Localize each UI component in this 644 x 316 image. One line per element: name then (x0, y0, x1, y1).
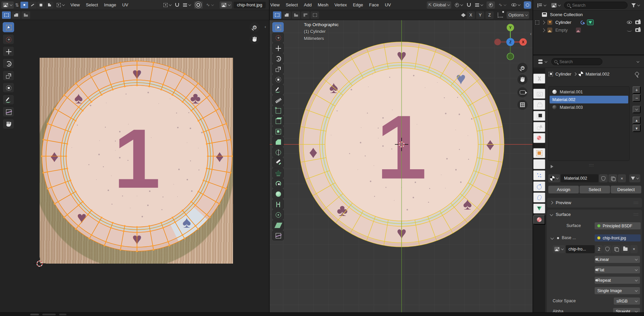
slot-list-filter-toggle[interactable] (551, 165, 553, 168)
material-browse-dropdown[interactable] (548, 174, 560, 182)
tab-object[interactable] (533, 148, 545, 158)
navigation-gizmo[interactable]: Y X Z (492, 24, 529, 60)
uv-select-mode-vertex[interactable] (20, 2, 28, 8)
pivot-point-dropdown[interactable] (453, 1, 464, 9)
material-link-dropdown[interactable] (629, 174, 640, 182)
tool-annotate[interactable] (272, 85, 284, 95)
material-slot-1[interactable]: Material.001 (550, 88, 628, 96)
image-name-field[interactable]: chip-fro... (566, 245, 595, 253)
viewport-menu-item[interactable]: Select (283, 0, 301, 10)
transform-orientation-dropdown[interactable]: ⇱Global (427, 1, 452, 9)
expand-arrow-icon[interactable] (541, 28, 545, 32)
tab-constraints[interactable] (533, 192, 545, 202)
uv-pivot-dropdown[interactable] (162, 1, 173, 9)
material-name-field[interactable]: Material.002 (561, 174, 598, 182)
material-specials-dropdown[interactable] (633, 106, 641, 113)
uv-sticky-select-dropdown[interactable] (55, 1, 66, 9)
tab-modifiers[interactable] (533, 159, 545, 169)
tool-smooth[interactable] (272, 189, 284, 199)
uv-chip-mesh[interactable]: ♦♣♥♠♦♥♥♠1 (40, 58, 233, 264)
tool-extrude-region[interactable] (272, 116, 284, 126)
viewport-sidebar-collapse-arrow[interactable]: ‹ (530, 31, 532, 36)
vp-marquee-subtract[interactable] (292, 11, 300, 19)
uv-select-mode-face[interactable] (37, 2, 45, 8)
tool-spin[interactable] (272, 178, 284, 188)
properties-editor-type-dropdown[interactable] (537, 58, 549, 65)
tab-particles[interactable] (533, 170, 545, 180)
copy-material-button[interactable] (608, 174, 617, 182)
tool-transform[interactable] (3, 83, 14, 93)
viewport-menu-item[interactable]: UV (382, 0, 394, 10)
uv-sidebar-collapse-arrow[interactable]: ‹ (265, 24, 266, 29)
base-color-texture-field[interactable]: chip-front.jpg (595, 234, 641, 241)
render-visibility-icon[interactable] (635, 28, 641, 32)
uv-image-browse-button[interactable] (220, 1, 232, 9)
move-slot-up-button[interactable]: ▲ (633, 117, 641, 124)
tool-grab[interactable] (3, 119, 14, 129)
remove-material-slot-button[interactable]: − (633, 94, 641, 102)
outliner-filter-funnel-dropdown[interactable] (630, 2, 641, 9)
tool-transform[interactable] (272, 74, 284, 84)
object-name[interactable]: Empty (555, 28, 568, 33)
outliner-cylinder-row[interactable]: Cylinder (533, 18, 644, 26)
modifier-wrench-icon[interactable] (580, 20, 585, 25)
pin-icon[interactable] (635, 72, 639, 76)
mapping-dropdown[interactable]: Flat (595, 266, 640, 273)
slot-list-grip[interactable]: :::: (589, 163, 594, 167)
viewport-menu-item[interactable]: Mesh (315, 0, 331, 10)
assign-button[interactable]: Assign (548, 186, 579, 193)
tool-rotate[interactable] (272, 53, 284, 63)
object-name[interactable]: Cylinder (555, 20, 571, 25)
tool-3d-cursor[interactable] (272, 33, 284, 43)
visibility-closed-eye-icon[interactable] (627, 29, 632, 32)
uv-canvas[interactable]: ♦♣♥♠♦♥♥♠1 ‹ (0, 20, 269, 312)
vp-marquee-extend[interactable] (282, 11, 291, 19)
outliner-search-input[interactable] (572, 3, 625, 8)
uv-select-mode-edge[interactable] (29, 2, 37, 8)
proportional-edit-toggle[interactable] (487, 1, 495, 9)
tool-rip-region[interactable] (3, 107, 14, 117)
vp-marquee-invert[interactable] (301, 11, 310, 19)
alpha-dropdown[interactable]: Straight (613, 308, 640, 312)
image-copy-button[interactable] (612, 245, 620, 253)
tool-select-box[interactable] (272, 22, 284, 32)
viewport-menu-item[interactable]: Edge (350, 0, 366, 10)
tool-2d-cursor[interactable] (3, 34, 14, 44)
uv-pan-hand-icon[interactable] (249, 34, 260, 44)
uv-proportional-falloff-dropdown[interactable]: ∿ (204, 1, 215, 9)
viewport-grid-toggle-icon[interactable] (517, 100, 527, 110)
mesh-data-icon[interactable] (587, 19, 594, 25)
tool-select-box[interactable] (3, 22, 14, 32)
uv-menu-item[interactable]: Select (83, 0, 101, 10)
snap-dropdown[interactable] (473, 1, 485, 9)
vp-marquee-intersect[interactable] (311, 11, 319, 19)
breadcrumb-object[interactable]: Cylinder (555, 72, 571, 77)
uv-marquee-new[interactable] (2, 11, 11, 19)
image-unlink-button[interactable]: × (630, 245, 638, 253)
outliner-filter-type-dropdown[interactable] (550, 2, 562, 9)
tool-scale[interactable] (3, 71, 14, 81)
surface-shader-dropdown[interactable]: Principled BSDF (595, 222, 641, 229)
outliner-empty-row[interactable]: Empty (533, 26, 644, 34)
mapping-dropdown[interactable]: Linear (595, 256, 640, 263)
options-dropdown[interactable]: Options (507, 11, 529, 19)
image-fake-user-shield[interactable] (603, 245, 611, 253)
tab-data[interactable] (533, 204, 545, 214)
base-color-dot[interactable] (557, 237, 559, 239)
tool-add-cube[interactable] (272, 105, 284, 116)
tool-poly-build[interactable] (272, 168, 284, 178)
select-button[interactable]: Select (580, 186, 610, 193)
outliner-display-mode-dropdown[interactable] (536, 2, 548, 9)
tool-annotate[interactable] (3, 95, 14, 105)
tab-render[interactable] (533, 89, 545, 99)
editor-divider[interactable] (533, 0, 533, 312)
viewport-menu-item[interactable]: Vertex (331, 0, 350, 10)
uv-editor-type-button[interactable] (1, 1, 14, 9)
properties-options-chevron[interactable] (635, 58, 641, 65)
uv-sync-icon[interactable]: ⇅ (15, 2, 19, 8)
image-open-folder-button[interactable] (621, 245, 630, 253)
add-material-slot-button[interactable]: + (633, 86, 641, 94)
mirror-y-toggle[interactable]: Y (476, 11, 484, 19)
proportional-falloff-dropdown[interactable]: ∿ (497, 1, 508, 9)
uv-snap-magnet-icon[interactable] (175, 3, 179, 7)
